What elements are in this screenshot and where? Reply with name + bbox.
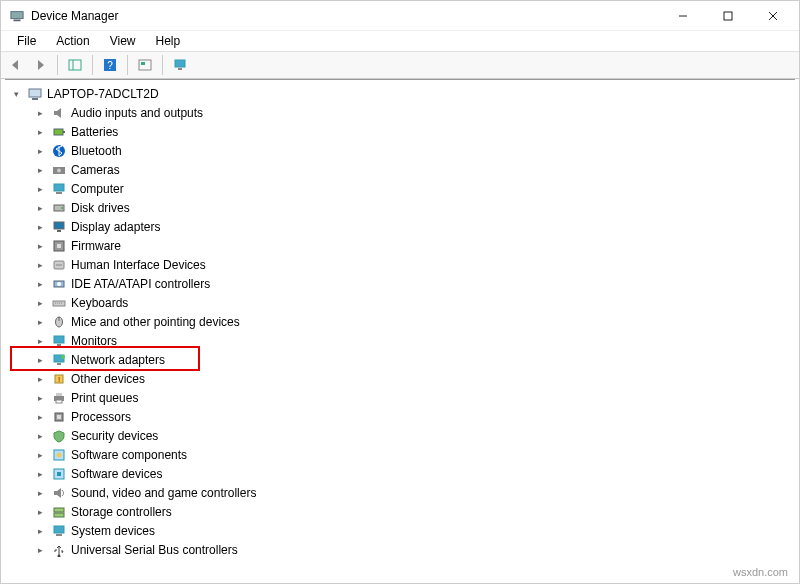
svg-rect-22: [56, 192, 62, 194]
tree-item[interactable]: ▸Security devices: [5, 426, 795, 445]
tree-item[interactable]: ▸Audio inputs and outputs: [5, 103, 795, 122]
tree-item[interactable]: ▸Print queues: [5, 388, 795, 407]
svg-rect-54: [54, 513, 64, 517]
tree-item-label: Processors: [71, 410, 131, 424]
minimize-button[interactable]: [660, 2, 705, 30]
bluetooth-icon: [51, 143, 67, 159]
expand-icon[interactable]: ▸: [33, 353, 47, 367]
menu-help[interactable]: Help: [146, 32, 191, 50]
svg-rect-25: [54, 222, 64, 229]
tree-item[interactable]: ▸Universal Serial Bus controllers: [5, 540, 795, 559]
tree-item[interactable]: ▸Storage controllers: [5, 502, 795, 521]
tree-item[interactable]: ▸!Other devices: [5, 369, 795, 388]
menu-action[interactable]: Action: [46, 32, 99, 50]
menu-file[interactable]: File: [7, 32, 46, 50]
camera-icon: [51, 162, 67, 178]
maximize-button[interactable]: [705, 2, 750, 30]
toolbar-separator: [162, 55, 163, 75]
storage-icon: [51, 504, 67, 520]
expand-icon[interactable]: ▸: [33, 201, 47, 215]
tree-item[interactable]: ▸Processors: [5, 407, 795, 426]
svg-rect-17: [63, 131, 65, 133]
tree-item[interactable]: ▸Firmware: [5, 236, 795, 255]
device-manager-window: Device Manager File Action View Help ? ▾…: [0, 0, 800, 584]
menu-view[interactable]: View: [100, 32, 146, 50]
tree-item[interactable]: ▸System devices: [5, 521, 795, 540]
expand-icon[interactable]: ▸: [33, 543, 47, 557]
expand-icon[interactable]: ▸: [33, 448, 47, 462]
expand-icon[interactable]: ▸: [33, 410, 47, 424]
tree-item[interactable]: ▸Human Interface Devices: [5, 255, 795, 274]
disk-icon: [51, 200, 67, 216]
tree-item-label: Audio inputs and outputs: [71, 106, 203, 120]
svg-rect-15: [32, 98, 38, 100]
tree-item[interactable]: ▸Mice and other pointing devices: [5, 312, 795, 331]
expand-icon[interactable]: ▸: [33, 144, 47, 158]
expand-icon[interactable]: ▸: [33, 163, 47, 177]
tree-view[interactable]: ▾LAPTOP-7ADCLT2D▸Audio inputs and output…: [5, 79, 795, 583]
monitor-button[interactable]: [169, 54, 191, 76]
tree-item[interactable]: ▸Disk drives: [5, 198, 795, 217]
svg-point-24: [61, 207, 63, 209]
tree-item[interactable]: ▸Sound, video and game controllers: [5, 483, 795, 502]
svg-rect-3: [724, 12, 732, 20]
tree-item[interactable]: ▸Software devices: [5, 464, 795, 483]
ide-icon: [51, 276, 67, 292]
tree-item-label: Print queues: [71, 391, 138, 405]
svg-rect-28: [57, 244, 61, 248]
tree-root-node[interactable]: ▾LAPTOP-7ADCLT2D: [5, 84, 795, 103]
expand-icon[interactable]: ▸: [33, 258, 47, 272]
expand-icon[interactable]: ▸: [33, 505, 47, 519]
expand-icon[interactable]: ▸: [33, 296, 47, 310]
tree-item[interactable]: ▸IDE ATA/ATAPI controllers: [5, 274, 795, 293]
svg-text:?: ?: [107, 60, 113, 71]
tree-item[interactable]: ▸Network adapters: [5, 350, 795, 369]
show-hide-tree-button[interactable]: [64, 54, 86, 76]
tree-item[interactable]: ▸Bluetooth: [5, 141, 795, 160]
expand-icon[interactable]: ▸: [33, 182, 47, 196]
svg-point-41: [61, 355, 65, 359]
expand-icon[interactable]: ▸: [33, 239, 47, 253]
expand-icon[interactable]: ▸: [33, 315, 47, 329]
expand-icon[interactable]: ▸: [33, 467, 47, 481]
expand-icon[interactable]: ▸: [33, 334, 47, 348]
expand-icon[interactable]: ▸: [33, 220, 47, 234]
scan-hardware-button[interactable]: [134, 54, 156, 76]
tree-item[interactable]: ▸Display adapters: [5, 217, 795, 236]
expand-icon[interactable]: ▸: [33, 106, 47, 120]
toolbar-separator: [92, 55, 93, 75]
toolbar-separator: [57, 55, 58, 75]
tree-item-label: Monitors: [71, 334, 117, 348]
expand-icon[interactable]: ▸: [33, 125, 47, 139]
usb-icon: [51, 542, 67, 558]
svg-rect-21: [54, 184, 64, 191]
tree-item[interactable]: ▸Batteries: [5, 122, 795, 141]
network-icon: [51, 352, 67, 368]
tree-item-label: Computer: [71, 182, 124, 196]
forward-button[interactable]: [29, 54, 51, 76]
tree-item-label: Bluetooth: [71, 144, 122, 158]
expand-icon[interactable]: ▸: [33, 391, 47, 405]
tree-item-label: Keyboards: [71, 296, 128, 310]
collapse-icon[interactable]: ▾: [9, 87, 23, 101]
tree-item[interactable]: ▸Monitors: [5, 331, 795, 350]
expand-icon[interactable]: ▸: [33, 372, 47, 386]
expand-icon[interactable]: ▸: [33, 486, 47, 500]
system-icon: [51, 523, 67, 539]
tree-item[interactable]: ▸Keyboards: [5, 293, 795, 312]
tree-item[interactable]: ▸Software components: [5, 445, 795, 464]
expand-icon[interactable]: ▸: [33, 429, 47, 443]
tree-item[interactable]: ▸Cameras: [5, 160, 795, 179]
back-button[interactable]: [5, 54, 27, 76]
hid-icon: [51, 257, 67, 273]
help-button[interactable]: ?: [99, 54, 121, 76]
tree-item-label: Batteries: [71, 125, 118, 139]
tree-item[interactable]: ▸Computer: [5, 179, 795, 198]
menubar: File Action View Help: [1, 31, 799, 51]
window-title: Device Manager: [31, 9, 660, 23]
battery-icon: [51, 124, 67, 140]
expand-icon[interactable]: ▸: [33, 277, 47, 291]
expand-icon[interactable]: ▸: [33, 524, 47, 538]
svg-point-20: [57, 168, 61, 172]
close-button[interactable]: [750, 2, 795, 30]
